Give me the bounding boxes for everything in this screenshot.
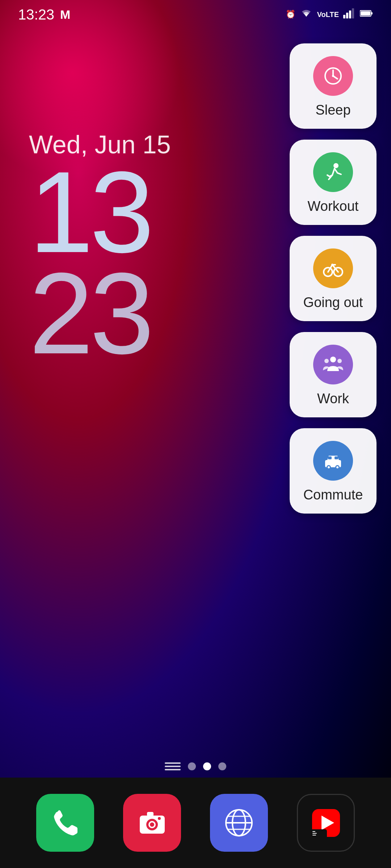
svg-point-16 [324, 359, 329, 363]
svg-rect-20 [335, 456, 338, 459]
sound-profiles: Sleep Workout Going out [290, 43, 377, 514]
svg-point-24 [336, 466, 339, 468]
svg-rect-38 [311, 829, 327, 838]
svg-point-15 [330, 357, 336, 362]
svg-point-17 [337, 359, 342, 363]
commute-profile-card[interactable]: Commute [290, 428, 377, 514]
youtube-dock-icon[interactable] [297, 794, 355, 852]
sleep-label: Sleep [315, 102, 350, 118]
svg-point-10 [332, 75, 334, 77]
signal-icon [343, 8, 356, 21]
svg-rect-39 [312, 831, 315, 832]
workout-profile-card[interactable]: Workout [290, 140, 377, 225]
camera-dock-icon[interactable] [123, 794, 181, 852]
svg-rect-40 [312, 833, 317, 834]
commute-icon [313, 441, 353, 481]
dock [0, 778, 391, 868]
commute-label: Commute [303, 487, 363, 503]
svg-rect-5 [361, 11, 370, 16]
workout-icon [313, 152, 353, 192]
going-out-icon [313, 248, 353, 288]
svg-rect-1 [346, 13, 348, 18]
svg-point-30 [158, 817, 161, 820]
svg-rect-41 [312, 835, 316, 835]
svg-rect-19 [328, 456, 332, 459]
status-bar: 13:23 M ⏰ VoLTE [0, 0, 391, 29]
svg-point-23 [328, 466, 330, 468]
battery-icon [360, 10, 373, 19]
svg-rect-0 [343, 15, 345, 18]
internet-dock-icon[interactable] [210, 794, 268, 852]
svg-point-11 [333, 163, 339, 168]
wifi-icon [300, 8, 313, 21]
page-dot-3[interactable] [218, 762, 226, 770]
svg-point-14 [331, 264, 333, 266]
status-carrier: M [60, 8, 70, 22]
work-icon [313, 345, 353, 384]
workout-label: Workout [308, 199, 359, 214]
clock-date: Wed, Jun 15 [29, 130, 171, 159]
alarm-icon: ⏰ [286, 10, 295, 19]
clock-minute: 23 [29, 261, 171, 365]
phone-dock-icon[interactable] [36, 794, 94, 852]
volte-icon: VoLTE [317, 10, 339, 19]
svg-rect-2 [349, 10, 351, 18]
page-dot-1[interactable] [188, 762, 196, 770]
svg-point-28 [150, 822, 154, 827]
status-icons: ⏰ VoLTE [286, 8, 373, 21]
sleep-profile-card[interactable]: Sleep [290, 43, 377, 129]
clock-hour: 13 [29, 163, 171, 261]
sleep-icon [313, 56, 353, 96]
pages-icon [165, 762, 181, 770]
page-dot-2[interactable] [203, 762, 211, 770]
status-time: 13:23 [18, 7, 54, 23]
clock-widget: Wed, Jun 15 13 23 [29, 130, 171, 365]
svg-rect-29 [147, 812, 154, 816]
work-label: Work [317, 391, 349, 407]
going-out-label: Going out [303, 295, 363, 310]
svg-rect-6 [371, 12, 373, 14]
svg-rect-3 [352, 8, 354, 18]
page-indicators [165, 762, 226, 770]
going-out-profile-card[interactable]: Going out [290, 236, 377, 321]
work-profile-card[interactable]: Work [290, 332, 377, 417]
